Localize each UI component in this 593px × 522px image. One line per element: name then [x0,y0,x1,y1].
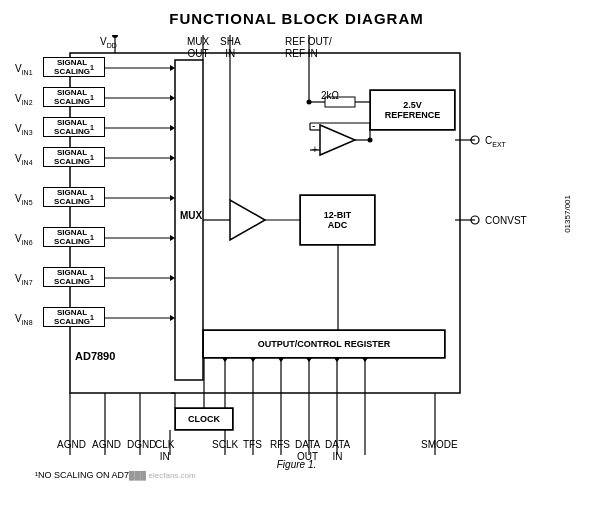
mux-out-label: MUXOUT [187,36,209,60]
resistor-label: 2kΩ [321,90,339,101]
pin-smode: SMODE [421,439,458,450]
svg-marker-67 [170,235,175,241]
cext-label: CEXT [485,135,506,148]
arrow1 [105,65,175,71]
vdd-label: VDD [100,36,117,49]
vin1-label: VIN1 [15,63,33,76]
clock-box: CLOCK [175,408,233,430]
footnote: ¹NO SCALING ON AD7███ elecfans.com [15,470,578,480]
signal-box-1: SIGNALSCALING1 [43,57,105,77]
arrow5 [105,195,175,201]
arrow8 [105,315,175,321]
svg-marker-69 [170,275,175,281]
vin3-label: VIN3 [15,123,33,136]
pin-agnd1: AGND [57,439,86,450]
pin-dgnd: DGND [127,439,156,450]
svg-marker-59 [170,95,175,101]
vin8-label: VIN8 [15,313,33,326]
output-control-box: OUTPUT/CONTROL REGISTER [203,330,445,358]
svg-marker-8 [320,125,355,155]
svg-marker-50 [362,358,368,362]
diagram-area: - + [15,35,578,455]
svg-marker-46 [250,358,256,362]
page-title: FUNCTIONAL BLOCK DIAGRAM [15,10,578,27]
svg-marker-57 [170,65,175,71]
sha-in-label: SHAIN [220,36,241,60]
signal-box-8: SIGNALSCALING1 [43,307,105,327]
vin4-label: VIN4 [15,153,33,166]
signal-box-7: SIGNALSCALING1 [43,267,105,287]
arrow7 [105,275,175,281]
svg-text:-: - [312,120,315,131]
signal-box-4: SIGNALSCALING1 [43,147,105,167]
arrow2 [105,95,175,101]
svg-marker-5 [230,200,265,240]
signal-box-5: SIGNALSCALING1 [43,187,105,207]
svg-marker-65 [170,195,175,201]
ad7890-label: AD7890 [75,350,115,362]
svg-point-22 [307,100,312,105]
svg-point-25 [471,136,479,144]
page: FUNCTIONAL BLOCK DIAGRAM [0,0,593,522]
adc-box: 12-BITADC [300,195,375,245]
pin-tfs: TFS [243,439,262,450]
pin-dataout: DATAOUT [295,439,320,463]
arrow6 [105,235,175,241]
svg-marker-71 [170,315,175,321]
pin-clkin: CLKIN [155,439,174,463]
pin-rfs: RFS [270,439,290,450]
svg-text:+: + [312,144,318,155]
svg-marker-49 [334,358,340,362]
pin-datain: DATAIN [325,439,350,463]
arrow4 [105,155,175,161]
signal-box-2: SIGNALSCALING1 [43,87,105,107]
vin2-label: VIN2 [15,93,33,106]
svg-point-27 [471,216,479,224]
part-number: 01357/001 [563,195,572,233]
convst-label: CONVST [485,215,527,226]
vin7-label: VIN7 [15,273,33,286]
arrow3 [105,125,175,131]
signal-box-3: SIGNALSCALING1 [43,117,105,137]
svg-marker-48 [306,358,312,362]
pin-sclk: SCLK [212,439,238,450]
signal-box-6: SIGNALSCALING1 [43,227,105,247]
svg-marker-45 [222,358,228,362]
ref-out-label: REF OUT/REF IN [285,36,332,60]
vin6-label: VIN6 [15,233,33,246]
svg-marker-63 [170,155,175,161]
svg-marker-47 [278,358,284,362]
vin5-label: VIN5 [15,193,33,206]
reference-box: 2.5VREFERENCE [370,90,455,130]
svg-point-17 [368,138,373,143]
pin-agnd2: AGND [92,439,121,450]
mux-label: MUX [180,210,202,221]
svg-marker-61 [170,125,175,131]
